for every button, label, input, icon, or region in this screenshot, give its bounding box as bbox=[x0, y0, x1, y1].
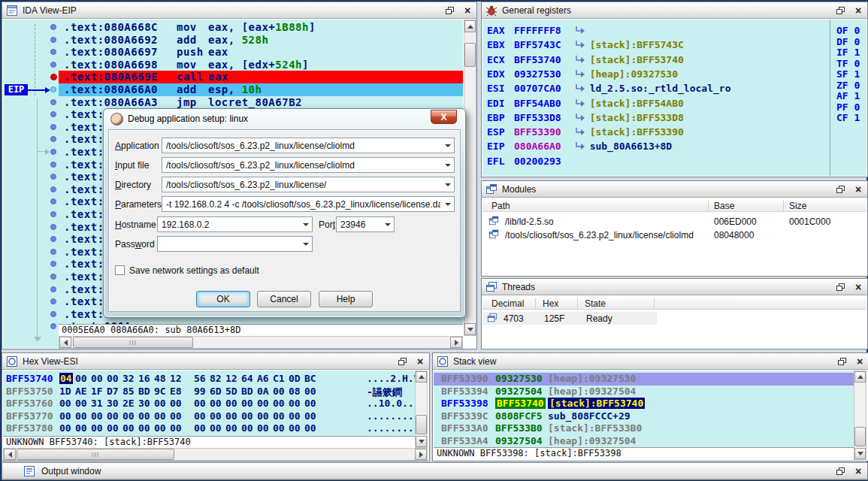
ida-view-close-icon[interactable]: × bbox=[461, 5, 473, 17]
hex-byte[interactable]: 00 bbox=[194, 398, 206, 409]
register-row[interactable]: EDX09327530[heap]:09327530 bbox=[487, 68, 678, 80]
instruction-dot[interactable] bbox=[50, 124, 56, 130]
register-reference[interactable]: sub_80A6613+8D bbox=[590, 141, 673, 152]
stack-reference[interactable]: [heap]:09327504 bbox=[548, 386, 636, 397]
hex-byte[interactable]: 00 bbox=[91, 422, 103, 434]
hex-byte[interactable]: 99 bbox=[194, 386, 206, 397]
flag-tf[interactable]: TF 0 bbox=[836, 58, 860, 69]
threads-float-icon[interactable] bbox=[834, 281, 846, 293]
modules-float-icon[interactable] bbox=[834, 183, 846, 195]
disasm-hscrollbar[interactable]: III bbox=[59, 336, 463, 349]
modules-column-base[interactable]: Base bbox=[714, 201, 734, 211]
hex-byte[interactable]: 00 bbox=[194, 422, 206, 434]
modules-column-size[interactable]: Size bbox=[789, 201, 806, 211]
register-row[interactable]: ECXBFF53740[stack]:BFF53740 bbox=[487, 54, 684, 66]
save-network-settings-checkbox[interactable] bbox=[115, 265, 125, 275]
flag-df[interactable]: DF 0 bbox=[836, 36, 860, 47]
hex-byte[interactable]: 00 bbox=[304, 386, 316, 397]
cancel-button[interactable]: Cancel bbox=[257, 291, 311, 307]
hex-view-close-icon[interactable]: × bbox=[414, 355, 426, 368]
column-separator[interactable] bbox=[535, 298, 536, 309]
hex-byte[interactable]: 00 bbox=[225, 422, 237, 434]
register-value[interactable]: FFFFFFF8 bbox=[514, 25, 561, 36]
flag-af[interactable]: AF 1 bbox=[836, 90, 860, 101]
hex-row[interactable]: BFF53760000031302E3000000000000000000000… bbox=[3, 398, 415, 410]
disasm-hscroll-thumb[interactable]: III bbox=[73, 337, 193, 348]
dropdown-arrow-icon[interactable] bbox=[381, 217, 394, 231]
hex-byte[interactable]: 00 bbox=[210, 398, 222, 409]
hex-byte[interactable]: 2E bbox=[122, 398, 135, 409]
hex-byte[interactable]: 00 bbox=[138, 410, 150, 422]
instruction-dot[interactable] bbox=[50, 111, 56, 117]
stack-vscroll-thumb[interactable] bbox=[854, 427, 866, 446]
follow-arrow-icon[interactable] bbox=[575, 26, 585, 37]
stack-view-float-icon[interactable] bbox=[836, 355, 848, 368]
dialog-combo-input-file[interactable]: /tools/cliosoft/sos_6.23.p2_linux/licens… bbox=[162, 157, 455, 173]
instruction-dot[interactable] bbox=[50, 136, 56, 142]
hex-byte[interactable]: 00 bbox=[154, 422, 166, 434]
disasm-line[interactable]: .text:080A66A3jmplocret_80A67B2 bbox=[59, 96, 463, 109]
threads-close-icon[interactable]: × bbox=[852, 281, 864, 293]
hex-row[interactable]: BFF5378000000000000000000000000000000000… bbox=[3, 422, 415, 435]
hex-byte[interactable]: 00 bbox=[273, 410, 285, 422]
output-close-icon[interactable]: × bbox=[852, 465, 864, 477]
flag-of[interactable]: OF 0 bbox=[836, 25, 860, 36]
instruction-dot[interactable] bbox=[50, 274, 56, 280]
hex-byte[interactable]: 00 bbox=[170, 410, 182, 422]
register-value[interactable]: 09327530 bbox=[514, 68, 561, 80]
hex-byte[interactable]: 00 bbox=[59, 410, 71, 422]
stack-reference[interactable]: [heap]:09327530 bbox=[548, 373, 636, 384]
instruction-dot[interactable] bbox=[50, 298, 56, 304]
column-separator[interactable] bbox=[577, 298, 578, 309]
threads-column-hex[interactable]: Hex bbox=[543, 298, 558, 309]
register-row[interactable]: ESPBFF53390[stack]:BFF53390 bbox=[487, 126, 684, 138]
flag-pf[interactable]: PF 0 bbox=[836, 101, 860, 113]
hex-byte[interactable]: 00 bbox=[241, 410, 253, 422]
dialog-combo-directory[interactable]: /tools/cliosoft/sos_6.23.p2_linux/licens… bbox=[162, 177, 455, 192]
hex-byte[interactable]: 00 bbox=[122, 422, 135, 434]
register-value[interactable]: 00707CA0 bbox=[514, 83, 561, 94]
thread-row[interactable]: 4703125FReady bbox=[482, 312, 657, 325]
module-row[interactable]: /tools/cliosoft/sos_6.23.p2_linux/licens… bbox=[482, 228, 866, 242]
disasm-line[interactable]: .text:080A668Cmoveax, [eax+1B88h] bbox=[59, 21, 463, 34]
register-value[interactable]: 080A66A0 bbox=[514, 141, 561, 152]
hex-byte[interactable]: 00 bbox=[210, 422, 222, 434]
flag-sf[interactable]: SF 1 bbox=[836, 68, 860, 80]
hex-byte[interactable]: 00 bbox=[59, 422, 71, 434]
breakpoint-dot[interactable] bbox=[50, 74, 57, 80]
dropdown-arrow-icon[interactable] bbox=[299, 217, 312, 231]
hex-byte[interactable]: A6 bbox=[257, 373, 269, 384]
stack-vscrollbar[interactable] bbox=[854, 371, 866, 460]
hex-byte[interactable]: 30 bbox=[138, 398, 150, 409]
hex-byte[interactable]: 00 bbox=[91, 410, 103, 422]
hex-byte[interactable]: 00 bbox=[289, 410, 301, 422]
hex-byte[interactable]: 0A bbox=[257, 386, 269, 397]
stack-row[interactable]: BFF533A409327504[heap]:09327504 bbox=[434, 435, 854, 448]
register-reference[interactable]: [stack]:BFF53390 bbox=[590, 126, 684, 138]
disasm-line[interactable]: .text:080A6698moveax, [edx+524h] bbox=[59, 59, 463, 71]
instruction-dot[interactable] bbox=[50, 174, 56, 180]
dialog-combo-hostname[interactable]: 192.168.0.2 bbox=[157, 216, 313, 232]
hex-row[interactable]: BFF537501DAE1FD785BD9CE8996D5DBD0A000800… bbox=[3, 386, 415, 398]
dialog-combo-port[interactable]: 23946 bbox=[336, 216, 395, 232]
flag-if[interactable]: IF 1 bbox=[836, 47, 860, 58]
register-reference[interactable]: ld_2.5.so:_rtld_local_ro bbox=[590, 83, 731, 94]
hex-byte[interactable]: 00 bbox=[257, 398, 269, 409]
hex-byte[interactable]: 00 bbox=[107, 410, 119, 422]
hex-byte[interactable]: 00 bbox=[257, 422, 269, 434]
registers-float-icon[interactable] bbox=[834, 5, 846, 17]
hex-byte[interactable]: 48 bbox=[154, 373, 166, 384]
hex-byte[interactable]: 00 bbox=[210, 410, 222, 422]
instruction-dot[interactable] bbox=[50, 149, 56, 155]
follow-arrow-icon[interactable] bbox=[575, 55, 585, 66]
ida-view-float-icon[interactable] bbox=[443, 5, 455, 17]
hex-byte[interactable]: 9C bbox=[154, 386, 166, 397]
flag-cf[interactable]: CF 1 bbox=[836, 112, 860, 123]
dropdown-arrow-icon[interactable] bbox=[441, 197, 454, 211]
hex-byte[interactable]: 00 bbox=[75, 398, 87, 409]
hex-byte[interactable]: 00 bbox=[289, 398, 301, 409]
hex-byte[interactable]: 30 bbox=[107, 398, 119, 409]
stack-reference[interactable]: [stack]:BFF53740 bbox=[548, 398, 645, 409]
hex-byte[interactable]: 00 bbox=[170, 422, 182, 434]
registers-close-icon[interactable]: × bbox=[852, 5, 864, 17]
